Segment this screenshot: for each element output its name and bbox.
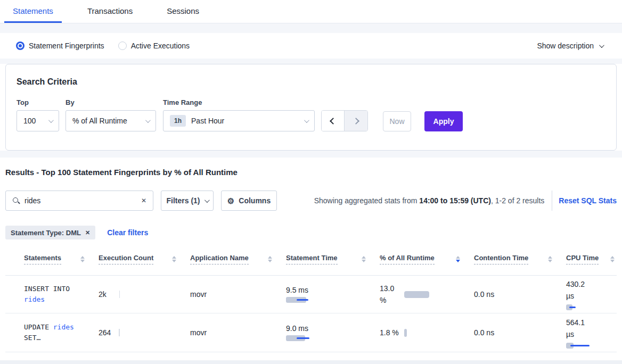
time-range-badge: 1h <box>170 115 186 127</box>
statement-time-bar <box>286 297 313 303</box>
statement-link[interactable]: rides <box>53 323 74 331</box>
sort-icon[interactable] <box>362 256 366 262</box>
pct-runtime-bar <box>404 291 429 298</box>
stats-cluster: Showing aggregated stats from 14:00 to 1… <box>314 191 617 211</box>
results-controls-row: rides ✕ Filters (1) ⚙ Columns Showing ag… <box>5 191 617 211</box>
chevron-down-icon <box>599 43 604 48</box>
time-range-label: Time Range <box>163 98 315 106</box>
radio-statement-fingerprints-label: Statement Fingerprints <box>29 42 104 50</box>
statement-time-cell: 9.5 ms <box>286 286 380 303</box>
column-header-contention-time[interactable]: Contention Time <box>474 254 566 264</box>
search-input[interactable]: rides ✕ <box>5 191 153 211</box>
radio-unselected-icon[interactable] <box>118 42 127 50</box>
remove-filter-icon[interactable]: ✕ <box>85 229 90 236</box>
search-input-value[interactable]: rides <box>24 196 141 205</box>
tab-sessions[interactable]: Sessions <box>158 0 208 23</box>
clear-search-icon[interactable]: ✕ <box>141 197 146 204</box>
show-description-toggle[interactable]: Show description <box>537 42 603 50</box>
column-header-application-name[interactable]: Application Name <box>190 254 286 264</box>
view-toggle-row: Statement Fingerprints Active Executions… <box>0 33 622 59</box>
time-range-field: Time Range 1h Past Hour <box>163 98 315 131</box>
by-field-label: By <box>66 98 156 106</box>
filter-chip-statement-type[interactable]: Statement Type: DML ✕ <box>5 226 95 239</box>
column-header-pct-of-all-runtime[interactable]: % of All Runtime <box>380 254 474 264</box>
sort-icon[interactable] <box>172 256 176 262</box>
clear-filters-link[interactable]: Clear filters <box>107 228 148 237</box>
execution-count-bar-tick <box>119 291 120 298</box>
columns-button-label: Columns <box>239 196 271 205</box>
column-header-statement-time[interactable]: Statement Time <box>286 254 380 264</box>
search-criteria-card: Search Criteria Top 100 By % of All Runt… <box>5 64 617 151</box>
sort-icon[interactable] <box>80 256 85 262</box>
chevron-right-icon <box>353 118 359 125</box>
column-header-statements[interactable]: Statements <box>24 254 99 264</box>
cpu-time-cell: 564.1 µs <box>566 317 617 349</box>
section-gap <box>0 151 622 158</box>
sort-icon[interactable] <box>610 256 615 262</box>
tab-transactions[interactable]: Transactions <box>79 0 141 23</box>
statement-fingerprint-cell[interactable]: INSERT INTO rides <box>24 284 99 305</box>
execution-count-bar-tick <box>119 329 120 336</box>
sort-icon[interactable] <box>548 256 552 262</box>
now-button[interactable]: Now <box>383 111 411 131</box>
results-section: Results - Top 100 Statement Fingerprints… <box>0 158 622 360</box>
filter-chip-label: Statement Type: DML <box>11 229 81 237</box>
page-background-strip <box>0 360 622 364</box>
radio-active-executions-label: Active Executions <box>131 42 190 50</box>
top-tab-bar: Statements Transactions Sessions <box>0 0 622 23</box>
contention-time-cell: 0.0 ns <box>474 290 566 299</box>
top-field-label: Top <box>17 98 59 106</box>
chevron-down-icon <box>145 118 151 123</box>
chevron-down-icon <box>48 118 54 123</box>
statements-table: Statements Execution Count Application N… <box>5 243 617 360</box>
sort-icon-active-desc[interactable] <box>456 256 460 262</box>
top-select[interactable]: 100 <box>17 110 59 131</box>
search-icon <box>12 197 20 204</box>
gear-icon: ⚙ <box>227 197 234 205</box>
results-heading: Results - Top 100 Statement Fingerprints… <box>5 158 617 177</box>
tab-statements[interactable]: Statements <box>4 0 62 23</box>
execution-count-cell: 2k <box>99 290 190 299</box>
statement-time-cell: 9.0 ms <box>286 324 380 342</box>
time-window-arrows <box>321 110 368 131</box>
radio-active-executions[interactable]: Active Executions <box>118 42 190 50</box>
chevron-down-icon <box>204 197 209 203</box>
time-range-value: Past Hour <box>191 117 224 125</box>
by-select[interactable]: % of All Runtime <box>66 110 156 131</box>
by-field: By % of All Runtime <box>66 98 156 131</box>
vertical-divider <box>552 191 552 211</box>
table-row: UPDATE rides SET… 264 movr 9.0 ms 1.8 % … <box>5 313 617 352</box>
column-header-execution-count[interactable]: Execution Count <box>99 254 190 264</box>
radio-selected-icon[interactable] <box>16 42 24 50</box>
stats-time-range: 14:00 to 15:59 (UTC) <box>419 196 491 205</box>
pct-runtime-cell: 1.8 % <box>380 328 474 337</box>
table-header-row: Statements Execution Count Application N… <box>5 243 617 276</box>
show-description-label: Show description <box>537 42 594 50</box>
column-header-cpu-time[interactable]: CPU Time <box>566 254 617 264</box>
chevron-left-icon <box>330 118 337 125</box>
table-row: INSERT INTO rides 2k movr 9.5 ms 13.0 % … <box>5 276 617 313</box>
time-range-select[interactable]: 1h Past Hour <box>163 110 315 131</box>
application-name-cell: movr <box>190 328 286 337</box>
statement-link[interactable]: rides <box>24 295 45 303</box>
next-time-window-button[interactable] <box>345 111 367 131</box>
chevron-down-icon <box>304 118 309 123</box>
sort-icon[interactable] <box>268 256 272 262</box>
pct-runtime-bar <box>404 329 407 337</box>
cpu-time-bar <box>566 304 587 311</box>
columns-button[interactable]: ⚙ Columns <box>221 191 277 211</box>
search-criteria-form: Top 100 By % of All Runtime Time Range 1… <box>17 98 605 131</box>
statement-fingerprint-cell[interactable]: UPDATE rides SET… <box>24 322 99 343</box>
apply-button[interactable]: Apply <box>424 111 463 131</box>
reset-sql-stats-link[interactable]: Reset SQL Stats <box>559 196 617 205</box>
filters-button[interactable]: Filters (1) <box>161 191 214 211</box>
execution-count-cell: 264 <box>99 328 190 337</box>
cpu-time-cell: 430.2 µs <box>566 278 617 311</box>
previous-time-window-button[interactable] <box>322 111 345 131</box>
table-bottom-padding <box>5 352 617 360</box>
by-select-value: % of All Runtime <box>72 117 127 125</box>
application-name-cell: movr <box>190 290 286 299</box>
active-filters-row: Statement Type: DML ✕ Clear filters <box>5 226 617 239</box>
radio-statement-fingerprints[interactable]: Statement Fingerprints <box>16 42 104 50</box>
aggregated-stats-text: Showing aggregated stats from 14:00 to 1… <box>314 196 545 205</box>
